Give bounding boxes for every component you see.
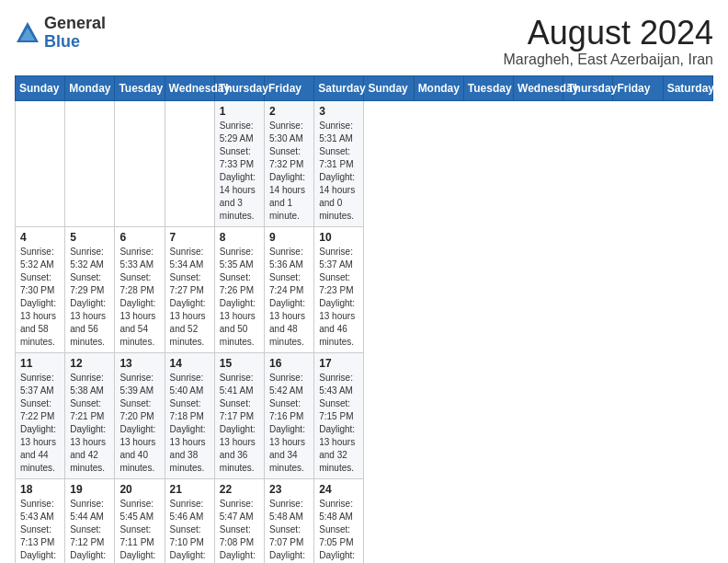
day-info: Sunrise: 5:37 AM Sunset: 7:22 PM Dayligh… [20,372,60,475]
logo-icon [15,20,40,46]
day-info: Sunrise: 5:33 AM Sunset: 7:28 PM Dayligh… [119,246,159,349]
calendar-cell: 4Sunrise: 5:32 AM Sunset: 7:30 PM Daylig… [16,226,65,352]
day-number: 1 [220,105,259,118]
day-number: 24 [319,483,358,496]
day-number: 16 [269,357,309,370]
calendar-cell: 14Sunrise: 5:40 AM Sunset: 7:18 PM Dayli… [165,352,214,478]
weekday-header-sunday: Sunday [364,75,414,100]
calendar-cell: 20Sunrise: 5:45 AM Sunset: 7:11 PM Dayli… [115,478,165,563]
header-saturday: Saturday [314,75,364,100]
weekday-header-saturday: Saturday [663,75,712,100]
header-monday: Monday [65,75,115,100]
calendar-cell: 17Sunrise: 5:43 AM Sunset: 7:15 PM Dayli… [314,352,364,478]
logo-blue-text: Blue [44,32,80,51]
logo: General Blue [15,15,106,52]
calendar-cell: 7Sunrise: 5:34 AM Sunset: 7:27 PM Daylig… [165,226,214,352]
day-number: 19 [70,483,109,496]
day-number: 5 [70,231,109,244]
header-sunday: Sunday [16,75,65,100]
day-number: 21 [170,483,210,496]
day-number: 20 [119,483,159,496]
day-number: 4 [20,231,60,244]
calendar-week-row: 4Sunrise: 5:32 AM Sunset: 7:30 PM Daylig… [16,226,713,352]
day-info: Sunrise: 5:29 AM Sunset: 7:33 PM Dayligh… [220,120,259,223]
day-number: 7 [170,231,210,244]
day-number: 18 [20,483,60,496]
calendar-cell: 10Sunrise: 5:37 AM Sunset: 7:23 PM Dayli… [314,226,364,352]
logo-general-text: General [44,14,106,32]
calendar-cell: 19Sunrise: 5:44 AM Sunset: 7:12 PM Dayli… [65,478,115,563]
weekday-header-friday: Friday [613,75,663,100]
day-info: Sunrise: 5:35 AM Sunset: 7:26 PM Dayligh… [220,246,259,349]
calendar-cell: 3Sunrise: 5:31 AM Sunset: 7:31 PM Daylig… [314,100,364,226]
weekday-header-thursday: Thursday [563,75,613,100]
day-info: Sunrise: 5:44 AM Sunset: 7:12 PM Dayligh… [70,498,109,563]
calendar-cell: 13Sunrise: 5:39 AM Sunset: 7:20 PM Dayli… [115,352,165,478]
calendar-cell: 5Sunrise: 5:32 AM Sunset: 7:29 PM Daylig… [65,226,115,352]
day-info: Sunrise: 5:42 AM Sunset: 7:16 PM Dayligh… [269,372,309,475]
day-info: Sunrise: 5:48 AM Sunset: 7:05 PM Dayligh… [319,498,358,563]
day-number: 10 [319,231,358,244]
calendar-week-row: 18Sunrise: 5:43 AM Sunset: 7:13 PM Dayli… [16,478,713,563]
calendar-header-row: SundayMondayTuesdayWednesdayThursdayFrid… [16,75,713,100]
day-number: 13 [119,357,159,370]
calendar-cell: 18Sunrise: 5:43 AM Sunset: 7:13 PM Dayli… [16,478,65,563]
calendar-week-row: 1Sunrise: 5:29 AM Sunset: 7:33 PM Daylig… [16,100,713,226]
day-number: 12 [70,357,109,370]
day-info: Sunrise: 5:47 AM Sunset: 7:08 PM Dayligh… [220,498,259,563]
header-thursday: Thursday [214,75,264,100]
day-info: Sunrise: 5:43 AM Sunset: 7:15 PM Dayligh… [319,372,358,475]
calendar-cell: 8Sunrise: 5:35 AM Sunset: 7:26 PM Daylig… [214,226,264,352]
day-number: 23 [269,483,309,496]
calendar-cell [115,100,165,226]
day-number: 14 [170,357,210,370]
day-info: Sunrise: 5:32 AM Sunset: 7:29 PM Dayligh… [70,246,109,349]
day-info: Sunrise: 5:38 AM Sunset: 7:21 PM Dayligh… [70,372,109,475]
title-block: August 2024 Maragheh, East Azerbaijan, I… [503,15,713,68]
day-number: 3 [319,105,358,118]
calendar-cell: 12Sunrise: 5:38 AM Sunset: 7:21 PM Dayli… [65,352,115,478]
calendar-cell: 23Sunrise: 5:48 AM Sunset: 7:07 PM Dayli… [265,478,314,563]
calendar-cell: 6Sunrise: 5:33 AM Sunset: 7:28 PM Daylig… [115,226,165,352]
day-number: 9 [269,231,309,244]
day-number: 6 [119,231,159,244]
calendar-cell: 9Sunrise: 5:36 AM Sunset: 7:24 PM Daylig… [265,226,314,352]
calendar-cell [65,100,115,226]
day-info: Sunrise: 5:32 AM Sunset: 7:30 PM Dayligh… [20,246,60,349]
day-info: Sunrise: 5:46 AM Sunset: 7:10 PM Dayligh… [170,498,210,563]
day-number: 8 [220,231,259,244]
calendar-cell [165,100,214,226]
day-info: Sunrise: 5:41 AM Sunset: 7:17 PM Dayligh… [220,372,259,475]
weekday-header-monday: Monday [414,75,463,100]
day-number: 11 [20,357,60,370]
header-tuesday: Tuesday [115,75,165,100]
month-year-title: August 2024 [503,15,713,52]
calendar-cell: 21Sunrise: 5:46 AM Sunset: 7:10 PM Dayli… [165,478,214,563]
day-info: Sunrise: 5:30 AM Sunset: 7:32 PM Dayligh… [269,120,309,223]
calendar-cell: 2Sunrise: 5:30 AM Sunset: 7:32 PM Daylig… [265,100,314,226]
day-number: 22 [220,483,259,496]
calendar-cell: 15Sunrise: 5:41 AM Sunset: 7:17 PM Dayli… [214,352,264,478]
location-subtitle: Maragheh, East Azerbaijan, Iran [503,52,713,68]
day-info: Sunrise: 5:48 AM Sunset: 7:07 PM Dayligh… [269,498,309,563]
day-info: Sunrise: 5:43 AM Sunset: 7:13 PM Dayligh… [20,498,60,563]
calendar-table: SundayMondayTuesdayWednesdayThursdayFrid… [15,75,713,563]
calendar-cell: 22Sunrise: 5:47 AM Sunset: 7:08 PM Dayli… [214,478,264,563]
calendar-cell: 11Sunrise: 5:37 AM Sunset: 7:22 PM Dayli… [16,352,65,478]
day-info: Sunrise: 5:37 AM Sunset: 7:23 PM Dayligh… [319,246,358,349]
day-info: Sunrise: 5:36 AM Sunset: 7:24 PM Dayligh… [269,246,309,349]
day-info: Sunrise: 5:31 AM Sunset: 7:31 PM Dayligh… [319,120,358,223]
weekday-header-tuesday: Tuesday [463,75,513,100]
day-info: Sunrise: 5:39 AM Sunset: 7:20 PM Dayligh… [119,372,159,475]
day-number: 15 [220,357,259,370]
day-number: 2 [269,105,309,118]
header-wednesday: Wednesday [165,75,214,100]
day-info: Sunrise: 5:34 AM Sunset: 7:27 PM Dayligh… [170,246,210,349]
day-info: Sunrise: 5:45 AM Sunset: 7:11 PM Dayligh… [119,498,159,563]
day-info: Sunrise: 5:40 AM Sunset: 7:18 PM Dayligh… [170,372,210,475]
calendar-cell [16,100,65,226]
header-friday: Friday [265,75,314,100]
page-header: General Blue August 2024 Maragheh, East … [15,15,713,68]
weekday-header-wednesday: Wednesday [514,75,563,100]
calendar-week-row: 11Sunrise: 5:37 AM Sunset: 7:22 PM Dayli… [16,352,713,478]
